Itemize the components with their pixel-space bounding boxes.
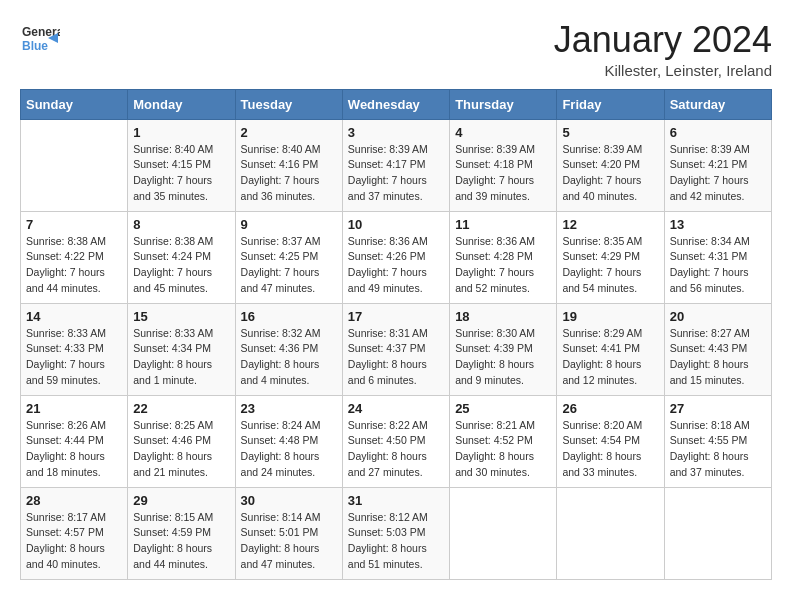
day-number: 3 [348, 125, 444, 140]
day-number: 31 [348, 493, 444, 508]
day-number: 28 [26, 493, 122, 508]
day-info: Sunrise: 8:12 AMSunset: 5:03 PMDaylight:… [348, 511, 428, 570]
day-info: Sunrise: 8:36 AMSunset: 4:26 PMDaylight:… [348, 235, 428, 294]
header-row: Sunday Monday Tuesday Wednesday Thursday… [21, 89, 772, 119]
day-number: 11 [455, 217, 551, 232]
day-number: 24 [348, 401, 444, 416]
day-info: Sunrise: 8:34 AMSunset: 4:31 PMDaylight:… [670, 235, 750, 294]
col-tuesday: Tuesday [235, 89, 342, 119]
calendar-cell: 30 Sunrise: 8:14 AMSunset: 5:01 PMDaylig… [235, 487, 342, 579]
day-info: Sunrise: 8:39 AMSunset: 4:17 PMDaylight:… [348, 143, 428, 202]
calendar-cell [557, 487, 664, 579]
calendar-header: Sunday Monday Tuesday Wednesday Thursday… [21, 89, 772, 119]
day-info: Sunrise: 8:31 AMSunset: 4:37 PMDaylight:… [348, 327, 428, 386]
calendar-cell: 21 Sunrise: 8:26 AMSunset: 4:44 PMDaylig… [21, 395, 128, 487]
logo: General Blue [20, 20, 60, 60]
calendar-week-row: 7 Sunrise: 8:38 AMSunset: 4:22 PMDayligh… [21, 211, 772, 303]
calendar-cell: 8 Sunrise: 8:38 AMSunset: 4:24 PMDayligh… [128, 211, 235, 303]
calendar-week-row: 14 Sunrise: 8:33 AMSunset: 4:33 PMDaylig… [21, 303, 772, 395]
day-info: Sunrise: 8:22 AMSunset: 4:50 PMDaylight:… [348, 419, 428, 478]
day-info: Sunrise: 8:38 AMSunset: 4:24 PMDaylight:… [133, 235, 213, 294]
day-info: Sunrise: 8:25 AMSunset: 4:46 PMDaylight:… [133, 419, 213, 478]
day-number: 15 [133, 309, 229, 324]
col-friday: Friday [557, 89, 664, 119]
calendar-table: Sunday Monday Tuesday Wednesday Thursday… [20, 89, 772, 580]
title-block: January 2024 Killester, Leinster, Irelan… [554, 20, 772, 79]
calendar-cell: 29 Sunrise: 8:15 AMSunset: 4:59 PMDaylig… [128, 487, 235, 579]
calendar-cell: 9 Sunrise: 8:37 AMSunset: 4:25 PMDayligh… [235, 211, 342, 303]
calendar-cell: 19 Sunrise: 8:29 AMSunset: 4:41 PMDaylig… [557, 303, 664, 395]
calendar-cell: 4 Sunrise: 8:39 AMSunset: 4:18 PMDayligh… [450, 119, 557, 211]
day-info: Sunrise: 8:17 AMSunset: 4:57 PMDaylight:… [26, 511, 106, 570]
calendar-cell: 6 Sunrise: 8:39 AMSunset: 4:21 PMDayligh… [664, 119, 771, 211]
calendar-body: 1 Sunrise: 8:40 AMSunset: 4:15 PMDayligh… [21, 119, 772, 579]
calendar-cell: 2 Sunrise: 8:40 AMSunset: 4:16 PMDayligh… [235, 119, 342, 211]
day-info: Sunrise: 8:20 AMSunset: 4:54 PMDaylight:… [562, 419, 642, 478]
calendar-cell [664, 487, 771, 579]
calendar-cell: 23 Sunrise: 8:24 AMSunset: 4:48 PMDaylig… [235, 395, 342, 487]
day-info: Sunrise: 8:21 AMSunset: 4:52 PMDaylight:… [455, 419, 535, 478]
calendar-week-row: 1 Sunrise: 8:40 AMSunset: 4:15 PMDayligh… [21, 119, 772, 211]
calendar-cell: 11 Sunrise: 8:36 AMSunset: 4:28 PMDaylig… [450, 211, 557, 303]
day-number: 29 [133, 493, 229, 508]
day-number: 13 [670, 217, 766, 232]
header: General Blue January 2024 Killester, Lei… [20, 20, 772, 79]
day-number: 12 [562, 217, 658, 232]
calendar-week-row: 28 Sunrise: 8:17 AMSunset: 4:57 PMDaylig… [21, 487, 772, 579]
calendar-cell: 31 Sunrise: 8:12 AMSunset: 5:03 PMDaylig… [342, 487, 449, 579]
calendar-cell: 17 Sunrise: 8:31 AMSunset: 4:37 PMDaylig… [342, 303, 449, 395]
main-title: January 2024 [554, 20, 772, 60]
day-number: 20 [670, 309, 766, 324]
day-number: 10 [348, 217, 444, 232]
subtitle: Killester, Leinster, Ireland [554, 62, 772, 79]
calendar-cell: 27 Sunrise: 8:18 AMSunset: 4:55 PMDaylig… [664, 395, 771, 487]
day-info: Sunrise: 8:18 AMSunset: 4:55 PMDaylight:… [670, 419, 750, 478]
day-info: Sunrise: 8:38 AMSunset: 4:22 PMDaylight:… [26, 235, 106, 294]
day-info: Sunrise: 8:33 AMSunset: 4:34 PMDaylight:… [133, 327, 213, 386]
day-info: Sunrise: 8:14 AMSunset: 5:01 PMDaylight:… [241, 511, 321, 570]
day-number: 27 [670, 401, 766, 416]
calendar-cell: 10 Sunrise: 8:36 AMSunset: 4:26 PMDaylig… [342, 211, 449, 303]
calendar-cell: 26 Sunrise: 8:20 AMSunset: 4:54 PMDaylig… [557, 395, 664, 487]
day-number: 2 [241, 125, 337, 140]
day-number: 18 [455, 309, 551, 324]
day-info: Sunrise: 8:24 AMSunset: 4:48 PMDaylight:… [241, 419, 321, 478]
day-info: Sunrise: 8:29 AMSunset: 4:41 PMDaylight:… [562, 327, 642, 386]
calendar-cell: 14 Sunrise: 8:33 AMSunset: 4:33 PMDaylig… [21, 303, 128, 395]
calendar-cell: 24 Sunrise: 8:22 AMSunset: 4:50 PMDaylig… [342, 395, 449, 487]
col-thursday: Thursday [450, 89, 557, 119]
day-number: 7 [26, 217, 122, 232]
day-info: Sunrise: 8:39 AMSunset: 4:18 PMDaylight:… [455, 143, 535, 202]
col-monday: Monday [128, 89, 235, 119]
calendar-cell: 20 Sunrise: 8:27 AMSunset: 4:43 PMDaylig… [664, 303, 771, 395]
day-info: Sunrise: 8:39 AMSunset: 4:21 PMDaylight:… [670, 143, 750, 202]
day-number: 14 [26, 309, 122, 324]
day-number: 4 [455, 125, 551, 140]
day-number: 19 [562, 309, 658, 324]
day-info: Sunrise: 8:32 AMSunset: 4:36 PMDaylight:… [241, 327, 321, 386]
calendar-cell: 1 Sunrise: 8:40 AMSunset: 4:15 PMDayligh… [128, 119, 235, 211]
calendar-cell: 15 Sunrise: 8:33 AMSunset: 4:34 PMDaylig… [128, 303, 235, 395]
col-saturday: Saturday [664, 89, 771, 119]
day-info: Sunrise: 8:15 AMSunset: 4:59 PMDaylight:… [133, 511, 213, 570]
day-info: Sunrise: 8:30 AMSunset: 4:39 PMDaylight:… [455, 327, 535, 386]
calendar-cell: 7 Sunrise: 8:38 AMSunset: 4:22 PMDayligh… [21, 211, 128, 303]
calendar-cell [450, 487, 557, 579]
calendar-cell: 5 Sunrise: 8:39 AMSunset: 4:20 PMDayligh… [557, 119, 664, 211]
day-number: 1 [133, 125, 229, 140]
calendar-cell: 3 Sunrise: 8:39 AMSunset: 4:17 PMDayligh… [342, 119, 449, 211]
day-number: 16 [241, 309, 337, 324]
day-info: Sunrise: 8:40 AMSunset: 4:15 PMDaylight:… [133, 143, 213, 202]
day-info: Sunrise: 8:37 AMSunset: 4:25 PMDaylight:… [241, 235, 321, 294]
day-info: Sunrise: 8:35 AMSunset: 4:29 PMDaylight:… [562, 235, 642, 294]
day-number: 9 [241, 217, 337, 232]
day-number: 23 [241, 401, 337, 416]
day-number: 6 [670, 125, 766, 140]
calendar-cell: 18 Sunrise: 8:30 AMSunset: 4:39 PMDaylig… [450, 303, 557, 395]
calendar-cell: 16 Sunrise: 8:32 AMSunset: 4:36 PMDaylig… [235, 303, 342, 395]
day-info: Sunrise: 8:36 AMSunset: 4:28 PMDaylight:… [455, 235, 535, 294]
day-number: 17 [348, 309, 444, 324]
day-info: Sunrise: 8:26 AMSunset: 4:44 PMDaylight:… [26, 419, 106, 478]
calendar-cell: 22 Sunrise: 8:25 AMSunset: 4:46 PMDaylig… [128, 395, 235, 487]
calendar-cell: 28 Sunrise: 8:17 AMSunset: 4:57 PMDaylig… [21, 487, 128, 579]
